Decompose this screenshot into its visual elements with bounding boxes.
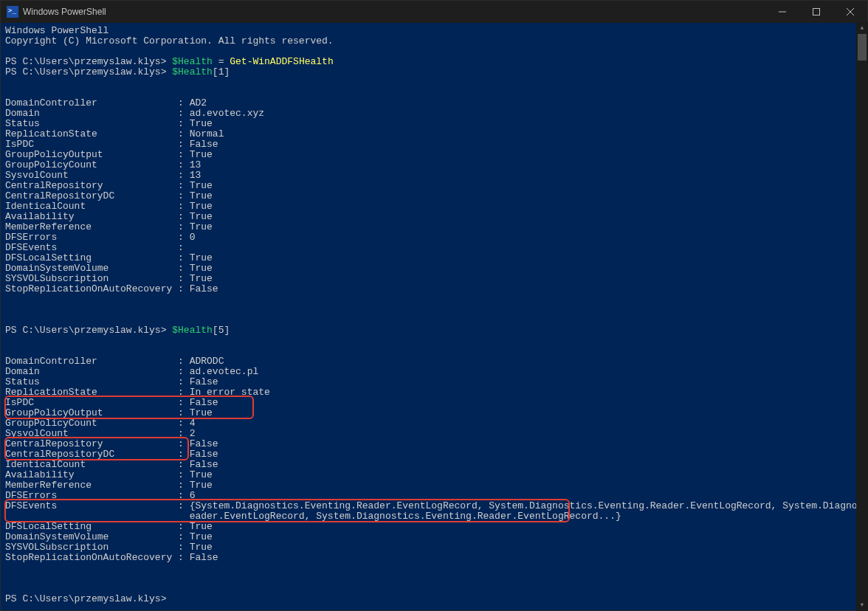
scroll-up-arrow[interactable]: ▲: [856, 22, 868, 34]
powershell-icon: [7, 6, 18, 18]
window-title: Windows PowerShell: [23, 7, 106, 17]
powershell-window: Windows PowerShell Windows PowerShell Co…: [0, 0, 868, 611]
titlebar[interactable]: Windows PowerShell: [1, 1, 867, 23]
minimize-button[interactable]: [765, 1, 799, 23]
svg-rect-1: [813, 9, 820, 15]
terminal-output[interactable]: Windows PowerShell Copyright (C) Microso…: [1, 23, 867, 610]
scrollbar-thumb[interactable]: [858, 34, 867, 61]
scroll-down-arrow[interactable]: ▼: [856, 599, 868, 611]
vertical-scrollbar[interactable]: ▲ ▼: [856, 22, 868, 611]
maximize-button[interactable]: [799, 1, 833, 23]
close-button[interactable]: [833, 1, 867, 23]
